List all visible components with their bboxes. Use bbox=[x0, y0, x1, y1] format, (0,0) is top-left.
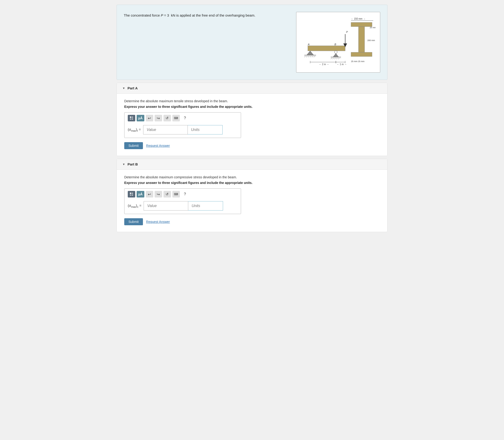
part-a-units-input[interactable] bbox=[188, 125, 223, 135]
refresh-button-a[interactable]: ↺ bbox=[164, 115, 171, 121]
part-b-answer-box: μÅ ↩ ↪ ↺ ⌨ ? (σmax)c = bbox=[124, 188, 241, 214]
redo-button-a[interactable]: ↪ bbox=[154, 115, 162, 121]
mu-button-a[interactable]: μÅ bbox=[137, 115, 144, 121]
part-b-request-answer-button[interactable]: Request Answer bbox=[146, 220, 170, 224]
part-a-body: Determine the absolute maximum tensile s… bbox=[117, 94, 387, 156]
diagram-box: ← 150 mm → 25 mm 200 mm 25 mm 25 mm bbox=[296, 12, 380, 73]
problem-statement: The concentrated force P = 3 kN is appli… bbox=[124, 13, 255, 17]
part-b-units-input[interactable] bbox=[188, 201, 223, 210]
part-b-header[interactable]: ▼ Part B bbox=[117, 159, 387, 170]
refresh-button-b[interactable]: ↺ bbox=[164, 191, 171, 197]
problem-text: The concentrated force P = 3 kN is appli… bbox=[124, 12, 292, 18]
part-a-header[interactable]: ▼ Part A bbox=[117, 83, 387, 94]
svg-text:← 150 mm →: ← 150 mm → bbox=[351, 17, 365, 20]
problem-card: The concentrated force P = 3 kN is appli… bbox=[116, 5, 388, 80]
svg-text:A: A bbox=[308, 43, 309, 46]
mu-button-b[interactable]: μÅ bbox=[137, 191, 144, 197]
svg-text:← 2 m →: ← 2 m → bbox=[319, 63, 329, 66]
svg-rect-41 bbox=[130, 116, 131, 118]
svg-rect-45 bbox=[130, 192, 131, 194]
part-b-chevron: ▼ bbox=[122, 163, 125, 166]
svg-rect-43 bbox=[130, 118, 131, 120]
matrix-button-a[interactable] bbox=[128, 115, 135, 121]
svg-rect-46 bbox=[132, 192, 133, 194]
help-button-a[interactable]: ? bbox=[181, 115, 189, 121]
svg-rect-42 bbox=[132, 116, 133, 118]
part-a-value-input[interactable] bbox=[143, 125, 188, 135]
svg-rect-8 bbox=[351, 52, 372, 56]
part-b-instruction: Express your answer to three significant… bbox=[124, 181, 380, 185]
part-b-submit-button[interactable]: Submit bbox=[124, 218, 143, 225]
part-a-section: ▼ Part A Determine the absolute maximum … bbox=[116, 83, 388, 156]
part-b-body: Determine the absolute maximum compressi… bbox=[117, 170, 387, 232]
part-b-value-input[interactable] bbox=[144, 201, 188, 210]
redo-button-b[interactable]: ↪ bbox=[154, 191, 162, 197]
part-a-input-label: (σmax)t = bbox=[128, 127, 141, 132]
svg-text:P: P bbox=[346, 31, 348, 33]
svg-rect-44 bbox=[132, 118, 133, 120]
svg-rect-48 bbox=[132, 194, 133, 196]
svg-rect-7 bbox=[359, 27, 364, 52]
svg-rect-9 bbox=[308, 46, 345, 51]
part-a-chevron: ▼ bbox=[122, 87, 125, 90]
undo-button-a[interactable]: ↩ bbox=[146, 115, 153, 121]
part-a-input-row: (σmax)t = bbox=[128, 125, 238, 135]
keyboard-button-a[interactable]: ⌨ bbox=[172, 115, 180, 121]
part-b-input-row: (σmax)c = bbox=[128, 201, 238, 210]
svg-text:200 mm: 200 mm bbox=[367, 39, 375, 41]
part-b-input-label: (σmax)c = bbox=[128, 204, 141, 208]
part-a-description: Determine the absolute maximum tensile s… bbox=[124, 99, 380, 103]
part-b-action-row: Submit Request Answer bbox=[124, 218, 380, 225]
beam-diagram: ← 150 mm → 25 mm 200 mm 25 mm 25 mm bbox=[301, 15, 376, 69]
part-b-toolbar: μÅ ↩ ↪ ↺ ⌨ ? bbox=[128, 191, 238, 199]
svg-rect-47 bbox=[130, 194, 131, 196]
part-a-toolbar: μÅ ↩ ↪ ↺ ⌨ ? bbox=[128, 115, 238, 123]
part-a-request-answer-button[interactable]: Request Answer bbox=[146, 144, 170, 148]
page-wrapper: The concentrated force P = 3 kN is appli… bbox=[116, 5, 388, 232]
math-p: P bbox=[161, 13, 163, 17]
svg-rect-6 bbox=[351, 22, 372, 27]
part-b-section: ▼ Part B Determine the absolute maximum … bbox=[116, 159, 388, 232]
part-a-action-row: Submit Request Answer bbox=[124, 142, 380, 149]
part-b-label: Part B bbox=[127, 162, 138, 166]
keyboard-button-b[interactable]: ⌨ bbox=[172, 191, 180, 197]
svg-text:25 mm 25 mm: 25 mm 25 mm bbox=[351, 60, 364, 63]
help-button-b[interactable]: ? bbox=[181, 191, 189, 197]
part-b-description: Determine the absolute maximum compressi… bbox=[124, 175, 380, 179]
svg-text:B: B bbox=[335, 43, 336, 46]
part-a-submit-button[interactable]: Submit bbox=[124, 142, 143, 149]
matrix-button-b[interactable] bbox=[128, 191, 135, 197]
part-a-answer-box: μÅ ↩ ↪ ↺ ⌨ ? (σmax)t = bbox=[124, 112, 241, 138]
part-a-label: Part A bbox=[127, 86, 138, 90]
svg-text:← 1 m →: ← 1 m → bbox=[337, 63, 347, 66]
undo-button-b[interactable]: ↩ bbox=[146, 191, 153, 197]
part-a-instruction: Express your answer to three significant… bbox=[124, 105, 380, 109]
